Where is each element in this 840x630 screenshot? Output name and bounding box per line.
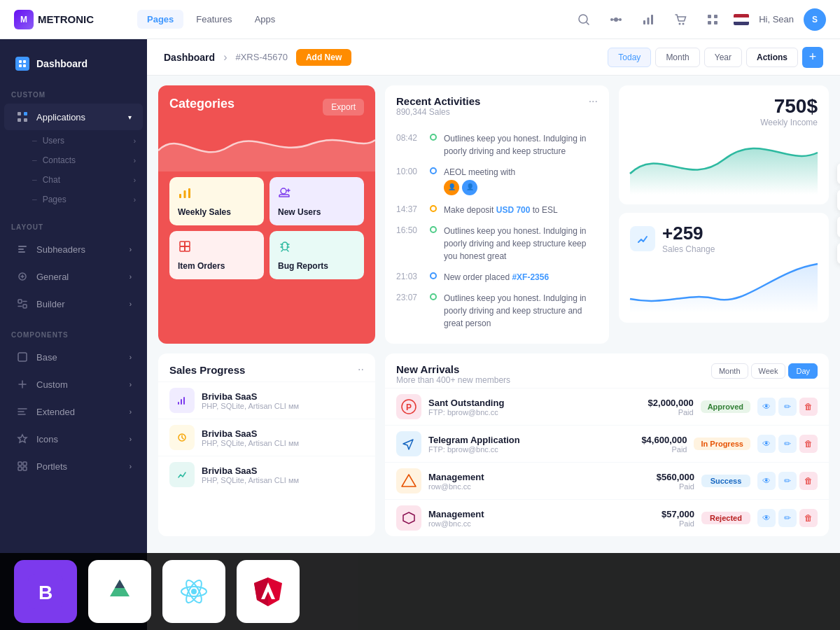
general-arrow: › <box>130 273 132 281</box>
sidebar-item-subheaders[interactable]: Subheaders › <box>4 236 143 262</box>
arrivals-week-btn[interactable]: Week <box>751 363 786 379</box>
svg-rect-17 <box>18 112 21 115</box>
arr-edit-2[interactable]: ✏ <box>778 435 797 453</box>
notification-icon[interactable] <box>837 243 840 264</box>
arr-edit-3[interactable]: ✏ <box>778 472 797 490</box>
sales-item-3: Briviba SaaS PHP, SQLite, Artisan CLI мм <box>158 456 375 493</box>
sidebar-item-extended[interactable]: Extended › <box>4 398 143 425</box>
cat-tile-weekly-sales[interactable]: Weekly Sales <box>169 177 264 225</box>
sales-sub-2: PHP, SQLite, Artisan CLI мм <box>202 439 364 447</box>
search-icon[interactable] <box>573 8 595 31</box>
arr-view-3[interactable]: 👁 <box>757 472 776 490</box>
floating-icons <box>837 163 840 264</box>
angular-icon[interactable] <box>237 560 300 623</box>
analytics-icon[interactable] <box>637 8 659 31</box>
arr-del-1[interactable]: 🗑 <box>799 398 818 416</box>
palette-icon[interactable] <box>837 163 840 184</box>
arrivals-day-btn[interactable]: Day <box>788 363 818 379</box>
arr-view-4[interactable]: 👁 <box>757 509 776 527</box>
apps-grid-icon[interactable] <box>701 8 724 31</box>
arr-edit-4[interactable]: ✏ <box>778 509 797 527</box>
svg-rect-20 <box>24 118 27 122</box>
sidebar-sub-contacts[interactable]: Contacts › <box>21 150 147 170</box>
arr-edit-1[interactable]: ✏ <box>778 398 797 416</box>
arr-badge-1: Approved <box>701 400 750 413</box>
svg-point-3 <box>619 18 622 21</box>
arr-view-1[interactable]: 👁 <box>757 398 776 416</box>
cat-tile-item-orders[interactable]: Item Orders <box>169 231 264 279</box>
tl-text-3: Make deposit USD 700 to ESL <box>444 204 598 216</box>
cat-tile-new-users[interactable]: New Users <box>270 177 364 225</box>
arr-actions-1: 👁 ✏ 🗑 <box>757 398 818 416</box>
vue-icon[interactable] <box>88 560 151 623</box>
arr-actions-2: 👁 ✏ 🗑 <box>757 435 818 453</box>
sidebar-item-applications[interactable]: Applications ▾ <box>4 104 143 130</box>
icons-arrow: › <box>130 435 132 443</box>
income-amount: 750$ <box>630 95 818 118</box>
sidebar-sub-users[interactable]: Users › <box>21 131 147 150</box>
bootstrap-icon[interactable]: B <box>14 560 77 623</box>
nav-link-pages[interactable]: Pages <box>137 10 183 29</box>
export-button[interactable]: Export <box>323 99 364 115</box>
nav-right: Hi, Sean S <box>573 8 826 31</box>
activities-menu[interactable]: ··· <box>589 95 598 108</box>
sales-icon-2 <box>169 425 195 450</box>
nav-link-features[interactable]: Features <box>186 10 241 29</box>
breadcrumb-ref-id: #XRS-45670 <box>235 52 287 62</box>
custom-arrow: › <box>130 381 132 388</box>
sidebar-item-icons[interactable]: Icons › <box>4 426 143 452</box>
sales-menu[interactable]: ·· <box>358 363 364 376</box>
sales-name-3: Briviba SaaS <box>202 465 364 476</box>
sidebar-item-custom[interactable]: Custom › <box>4 371 143 398</box>
arrivals-month-btn[interactable]: Month <box>711 363 748 379</box>
tl-dot-1 <box>430 134 437 141</box>
add-new-button[interactable]: Add New <box>296 49 351 66</box>
network-icon[interactable] <box>605 8 627 31</box>
arr-del-4[interactable]: 🗑 <box>799 509 818 527</box>
send-icon[interactable] <box>837 216 840 237</box>
arr-paid-1: Paid <box>631 408 694 416</box>
arr-del-3[interactable]: 🗑 <box>799 472 818 490</box>
add-plus-button[interactable]: + <box>802 47 823 68</box>
categories-grid: Weekly Sales New Users Item Orders <box>169 177 364 279</box>
app-name: METRONIC <box>38 13 94 25</box>
arr-info-1: Sant Outstanding FTP: bprow@bnc.cc <box>428 398 624 416</box>
sales-header: Sales Progress ·· <box>158 354 375 382</box>
arr-amount-3: $560,000 Paid <box>631 472 694 491</box>
cart-icon[interactable] <box>669 8 692 31</box>
arr-del-2[interactable]: 🗑 <box>799 435 818 453</box>
applications-submenu: Users › Contacts › Chat › Pages › <box>21 131 147 209</box>
sidebar-item-dashboard[interactable]: Dashboard <box>4 50 143 77</box>
sidebar-item-base[interactable]: Base › <box>4 344 143 370</box>
svg-rect-27 <box>18 353 27 361</box>
actions-button[interactable]: Actions <box>746 48 798 67</box>
language-flag[interactable] <box>734 14 749 25</box>
react-icon[interactable] <box>162 560 225 623</box>
new-users-label: New Users <box>278 207 321 217</box>
categories-card: Categories Export Weekly Sales <box>158 85 375 344</box>
time-btn-month[interactable]: Month <box>655 48 699 67</box>
svg-rect-10 <box>714 15 718 18</box>
weekly-sales-label: Weekly Sales <box>178 207 231 217</box>
tl-item-3: 14:37 Make deposit USD 700 to ESL <box>396 200 598 220</box>
time-btn-today[interactable]: Today <box>608 48 651 67</box>
arr-view-2[interactable]: 👁 <box>757 435 776 453</box>
activities-subtitle: 890,344 Sales <box>396 107 480 117</box>
sidebar-sub-chat[interactable]: Chat › <box>21 170 147 190</box>
settings-icon[interactable] <box>837 190 840 211</box>
chat-arrow: › <box>134 176 136 184</box>
time-btn-year[interactable]: Year <box>704 48 742 67</box>
sidebar-item-general[interactable]: General › <box>4 263 143 290</box>
svg-rect-9 <box>708 15 711 18</box>
sidebar-item-builder[interactable]: Builder › <box>4 290 143 317</box>
cat-tile-bug-reports[interactable]: Bug Reports <box>270 231 364 279</box>
sidebar-dashboard-label: Dashboard <box>36 58 88 69</box>
app-body: Dashboard CUSTOM Applications ▾ Users › … <box>0 39 840 630</box>
avatar[interactable]: S <box>804 8 826 31</box>
item-orders-icon <box>178 239 192 257</box>
subheader-right: Today Month Year Actions + <box>608 47 823 68</box>
sidebar-item-portlets[interactable]: Portlets › <box>4 453 143 479</box>
nav-link-apps[interactable]: Apps <box>245 10 286 29</box>
svg-rect-32 <box>23 467 27 470</box>
sidebar-sub-pages[interactable]: Pages › <box>21 190 147 209</box>
